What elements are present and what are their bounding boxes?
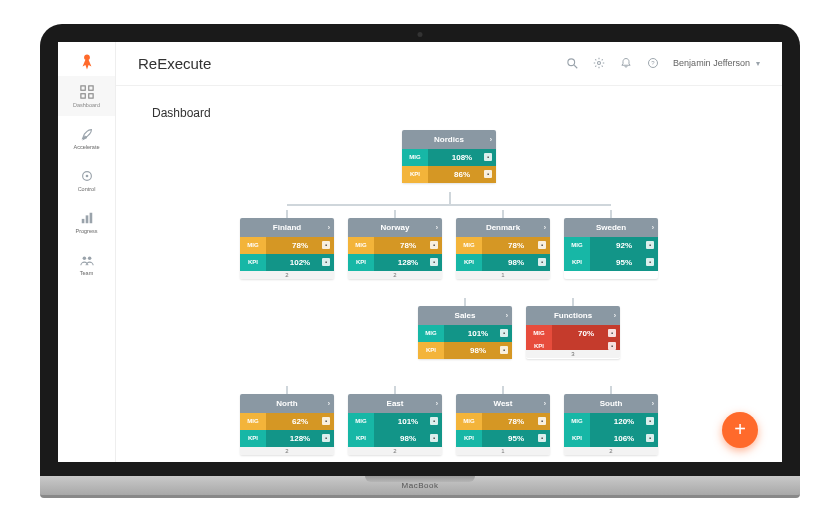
chevron-right-icon[interactable]: › xyxy=(544,224,546,231)
chevron-right-icon[interactable]: › xyxy=(328,224,330,231)
card-title: Sales› xyxy=(418,306,512,325)
card-footer: 2 xyxy=(348,447,442,455)
camera-dot xyxy=(418,32,423,37)
metric-value-kpi: 128%▪ xyxy=(266,430,334,447)
tree-card[interactable]: Denmark›MIG78%▪KPI98%▪1 xyxy=(456,218,550,279)
chevron-down-icon: ▾ xyxy=(756,59,760,68)
metric-label-mig: MIG xyxy=(348,413,374,430)
chevron-right-icon[interactable]: › xyxy=(614,312,616,319)
chevron-right-icon[interactable]: › xyxy=(436,224,438,231)
connector xyxy=(572,298,574,306)
sidebar-item-control[interactable]: Control xyxy=(58,160,115,200)
card-title: South› xyxy=(564,394,658,413)
metric-value-mig: 78%▪ xyxy=(374,237,442,254)
chevron-right-icon[interactable]: › xyxy=(328,400,330,407)
metric-value-mig: 70%▪ xyxy=(552,325,620,342)
tree-card[interactable]: East›MIG101%▪KPI98%▪2 xyxy=(348,394,442,455)
tree-card[interactable]: Norway›MIG78%▪KPI128%▪2 xyxy=(348,218,442,279)
card-title: Sweden› xyxy=(564,218,658,237)
status-badge: ▪ xyxy=(608,342,616,350)
metric-value-kpi: 128%▪ xyxy=(374,254,442,271)
connector xyxy=(286,386,288,394)
sidebar-item-label: Team xyxy=(80,270,93,276)
card-title: North› xyxy=(240,394,334,413)
tree-card[interactable]: Nordics›MIG108%▪KPI86%▪ xyxy=(402,130,496,183)
status-badge: ▪ xyxy=(430,258,438,266)
connector xyxy=(394,210,396,218)
screen-bezel: Dashboard Accelerate Control Progress xyxy=(40,24,800,476)
metric-label-kpi: KPI xyxy=(348,430,374,447)
tree-card[interactable]: Finland›MIG78%▪KPI102%▪2 xyxy=(240,218,334,279)
sidebar-item-accelerate[interactable]: Accelerate xyxy=(58,118,115,158)
topbar: ReExecute ? Benjamin Jefferson ▾ xyxy=(116,42,782,86)
bell-icon[interactable] xyxy=(619,57,632,70)
app-logo[interactable] xyxy=(75,50,99,74)
metric-label-kpi: KPI xyxy=(402,166,428,183)
sidebar-item-dashboard[interactable]: Dashboard xyxy=(58,76,115,116)
help-icon[interactable]: ? xyxy=(646,57,659,70)
org-tree: Nordics›MIG108%▪KPI86%▪ Finland›MIG78%▪K… xyxy=(146,130,752,450)
chevron-right-icon[interactable]: › xyxy=(490,136,492,143)
search-icon[interactable] xyxy=(565,57,578,70)
svg-rect-7 xyxy=(85,215,88,223)
tree-card[interactable]: Functions›MIG70%▪KPI▪3 xyxy=(526,306,620,359)
tree-card[interactable]: North›MIG62%▪KPI128%▪2 xyxy=(240,394,334,455)
sidebar-item-team[interactable]: Team xyxy=(58,244,115,284)
chevron-right-icon[interactable]: › xyxy=(652,400,654,407)
metric-label-kpi: KPI xyxy=(564,254,590,271)
status-badge: ▪ xyxy=(646,241,654,249)
metric-value-kpi: 86%▪ xyxy=(428,166,496,183)
svg-point-10 xyxy=(87,256,91,260)
status-badge: ▪ xyxy=(500,329,508,337)
svg-rect-1 xyxy=(88,85,92,89)
status-badge: ▪ xyxy=(322,258,330,266)
metric-label-kpi: KPI xyxy=(456,254,482,271)
ribbon-icon xyxy=(77,52,97,72)
svg-rect-2 xyxy=(80,93,84,97)
svg-rect-6 xyxy=(81,218,84,222)
tree-card[interactable]: Sales›MIG101%▪KPI98%▪ xyxy=(418,306,512,359)
tree-card[interactable]: Sweden›MIG92%▪KPI95%▪ xyxy=(564,218,658,279)
bar-chart-icon xyxy=(79,210,95,226)
metric-value-mig: 101%▪ xyxy=(374,413,442,430)
connector xyxy=(286,210,288,218)
metric-label-mig: MIG xyxy=(564,237,590,254)
sidebar-item-progress[interactable]: Progress xyxy=(58,202,115,242)
tree-row-level2: Sales›MIG101%▪KPI98%▪Functions›MIG70%▪KP… xyxy=(146,306,752,359)
card-footer: 2 xyxy=(348,271,442,279)
user-menu[interactable]: Benjamin Jefferson ▾ xyxy=(673,58,760,68)
laptop-base: MacBook xyxy=(40,476,800,498)
status-badge: ▪ xyxy=(484,170,492,178)
card-title: East› xyxy=(348,394,442,413)
chevron-right-icon[interactable]: › xyxy=(544,400,546,407)
tree-row-root: Nordics›MIG108%▪KPI86%▪ xyxy=(146,130,752,183)
chevron-right-icon[interactable]: › xyxy=(436,400,438,407)
connector xyxy=(610,386,612,394)
svg-rect-3 xyxy=(88,93,92,97)
metric-label-mig: MIG xyxy=(456,237,482,254)
card-title: Functions› xyxy=(526,306,620,325)
metric-value-kpi: 106%▪ xyxy=(590,430,658,447)
card-title: West› xyxy=(456,394,550,413)
card-footer: 3 xyxy=(526,350,620,358)
sidebar-item-label: Progress xyxy=(75,228,97,234)
card-title: Denmark› xyxy=(456,218,550,237)
chevron-right-icon[interactable]: › xyxy=(506,312,508,319)
metric-value-mig: 62%▪ xyxy=(266,413,334,430)
sidebar-item-label: Dashboard xyxy=(73,102,100,108)
tree-card[interactable]: West›MIG78%▪KPI95%▪1 xyxy=(456,394,550,455)
people-icon xyxy=(79,252,95,268)
add-button[interactable]: + xyxy=(722,412,758,448)
metric-value-mig: 101%▪ xyxy=(444,325,512,342)
metric-label-mig: MIG xyxy=(418,325,444,342)
card-footer: 1 xyxy=(456,271,550,279)
tree-card[interactable]: South›MIG120%▪KPI106%▪2 xyxy=(564,394,658,455)
metric-label-mig: MIG xyxy=(456,413,482,430)
status-badge: ▪ xyxy=(322,241,330,249)
gear-icon[interactable] xyxy=(592,57,605,70)
connector xyxy=(464,298,466,306)
section-title: Dashboard xyxy=(152,106,752,120)
chevron-right-icon[interactable]: › xyxy=(652,224,654,231)
status-badge: ▪ xyxy=(500,346,508,354)
app-root: Dashboard Accelerate Control Progress xyxy=(58,42,782,462)
